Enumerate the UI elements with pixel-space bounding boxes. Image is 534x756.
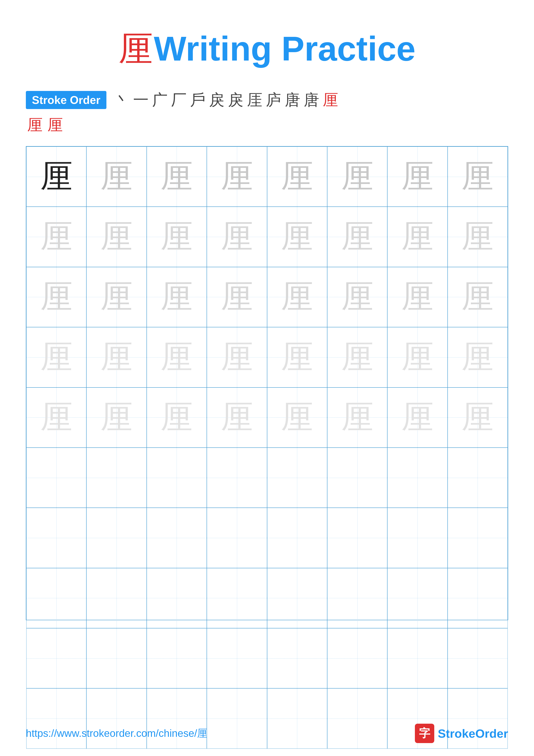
cell-r6c2[interactable] xyxy=(87,447,146,508)
cell-r6c4[interactable] xyxy=(207,447,267,508)
cell-r2c1[interactable]: 厘 xyxy=(26,207,87,267)
cell-r7c7[interactable] xyxy=(387,508,447,568)
cell-r6c3[interactable] xyxy=(147,447,207,508)
title-section: 厘 Writing Practice xyxy=(26,26,508,72)
cell-r3c4[interactable]: 厘 xyxy=(207,267,267,327)
stroke-14: 厘 xyxy=(47,115,63,135)
char-r2c2: 厘 xyxy=(100,215,133,258)
cell-r7c4[interactable] xyxy=(207,508,267,568)
cell-r9c5[interactable] xyxy=(267,628,327,688)
stroke-8: 厓 xyxy=(247,90,262,110)
cell-r9c1[interactable] xyxy=(26,628,87,688)
cell-r5c2[interactable]: 厘 xyxy=(87,388,146,447)
char-r1c3: 厘 xyxy=(161,155,193,199)
cell-r9c4[interactable] xyxy=(207,628,267,688)
cell-r5c1[interactable]: 厘 xyxy=(26,388,87,447)
cell-r5c7[interactable]: 厘 xyxy=(387,388,447,447)
cell-r1c8[interactable]: 厘 xyxy=(447,147,508,207)
cell-r9c8[interactable] xyxy=(447,628,508,688)
cell-r2c5[interactable]: 厘 xyxy=(267,207,327,267)
cell-r1c1[interactable]: 厘 xyxy=(26,147,87,207)
cell-r1c4[interactable]: 厘 xyxy=(207,147,267,207)
cell-r8c4[interactable] xyxy=(207,568,267,628)
cell-r8c1[interactable] xyxy=(26,568,87,628)
char-r3c5: 厘 xyxy=(281,275,313,319)
cell-r4c7[interactable]: 厘 xyxy=(387,327,447,387)
cell-r5c3[interactable]: 厘 xyxy=(147,388,207,447)
stroke-6: 戾 xyxy=(209,90,224,110)
char-r2c3: 厘 xyxy=(161,215,193,258)
cell-r8c3[interactable] xyxy=(147,568,207,628)
cell-r6c8[interactable] xyxy=(447,447,508,508)
cell-r7c6[interactable] xyxy=(327,508,387,568)
char-r5c2: 厘 xyxy=(100,396,133,439)
cell-r1c6[interactable]: 厘 xyxy=(327,147,387,207)
stroke-11: 唐 xyxy=(304,90,319,110)
cell-r6c5[interactable] xyxy=(267,447,327,508)
cell-r5c8[interactable]: 厘 xyxy=(447,388,508,447)
char-r4c5: 厘 xyxy=(281,336,313,379)
cell-r7c5[interactable] xyxy=(267,508,327,568)
cell-r9c2[interactable] xyxy=(87,628,146,688)
cell-r5c4[interactable]: 厘 xyxy=(207,388,267,447)
cell-r3c8[interactable]: 厘 xyxy=(447,267,508,327)
cell-r6c6[interactable] xyxy=(327,447,387,508)
cell-r6c7[interactable] xyxy=(387,447,447,508)
footer: https://www.strokeorder.com/chinese/厘 字 … xyxy=(26,724,508,743)
cell-r9c7[interactable] xyxy=(387,628,447,688)
cell-r4c4[interactable]: 厘 xyxy=(207,327,267,387)
cell-r8c7[interactable] xyxy=(387,568,447,628)
cell-r1c2[interactable]: 厘 xyxy=(87,147,146,207)
practice-grid: 厘 厘 厘 厘 厘 厘 厘 厘 厘 厘 厘 xyxy=(26,146,508,620)
cell-r3c7[interactable]: 厘 xyxy=(387,267,447,327)
cell-r2c4[interactable]: 厘 xyxy=(207,207,267,267)
char-r1c7: 厘 xyxy=(401,155,434,199)
footer-logo-stroke: Stroke xyxy=(438,727,475,740)
cell-r5c5[interactable]: 厘 xyxy=(267,388,327,447)
cell-r3c3[interactable]: 厘 xyxy=(147,267,207,327)
stroke-3: 广 xyxy=(152,90,167,110)
cell-r2c6[interactable]: 厘 xyxy=(327,207,387,267)
cell-r2c8[interactable]: 厘 xyxy=(447,207,508,267)
cell-r1c7[interactable]: 厘 xyxy=(387,147,447,207)
cell-r2c3[interactable]: 厘 xyxy=(147,207,207,267)
char-r1c6: 厘 xyxy=(341,155,373,199)
char-r5c7: 厘 xyxy=(401,396,434,439)
cell-r7c8[interactable] xyxy=(447,508,508,568)
cell-r3c1[interactable]: 厘 xyxy=(26,267,87,327)
cell-r3c2[interactable]: 厘 xyxy=(87,267,146,327)
cell-r7c2[interactable] xyxy=(87,508,146,568)
cell-r4c5[interactable]: 厘 xyxy=(267,327,327,387)
cell-r5c6[interactable]: 厘 xyxy=(327,388,387,447)
cell-r9c3[interactable] xyxy=(147,628,207,688)
char-r1c2: 厘 xyxy=(100,155,133,199)
char-r4c2: 厘 xyxy=(100,336,133,379)
cell-r3c6[interactable]: 厘 xyxy=(327,267,387,327)
cell-r4c1[interactable]: 厘 xyxy=(26,327,87,387)
stroke-order-badge: Stroke Order xyxy=(26,91,106,109)
cell-r4c6[interactable]: 厘 xyxy=(327,327,387,387)
cell-r4c3[interactable]: 厘 xyxy=(147,327,207,387)
cell-r8c2[interactable] xyxy=(87,568,146,628)
cell-r8c5[interactable] xyxy=(267,568,327,628)
footer-url[interactable]: https://www.strokeorder.com/chinese/厘 xyxy=(26,726,207,740)
char-r2c6: 厘 xyxy=(341,215,373,258)
char-r1c5: 厘 xyxy=(281,155,313,199)
cell-r4c2[interactable]: 厘 xyxy=(87,327,146,387)
cell-r3c5[interactable]: 厘 xyxy=(267,267,327,327)
char-r5c6: 厘 xyxy=(341,396,373,439)
char-r3c1: 厘 xyxy=(40,275,73,319)
cell-r6c1[interactable] xyxy=(26,447,87,508)
cell-r7c3[interactable] xyxy=(147,508,207,568)
cell-r1c3[interactable]: 厘 xyxy=(147,147,207,207)
cell-r9c6[interactable] xyxy=(327,628,387,688)
cell-r4c8[interactable]: 厘 xyxy=(447,327,508,387)
cell-r8c6[interactable] xyxy=(327,568,387,628)
char-r3c6: 厘 xyxy=(341,275,373,319)
cell-r1c5[interactable]: 厘 xyxy=(267,147,327,207)
cell-r2c2[interactable]: 厘 xyxy=(87,207,146,267)
title-char: 厘 xyxy=(118,30,153,68)
cell-r8c8[interactable] xyxy=(447,568,508,628)
cell-r7c1[interactable] xyxy=(26,508,87,568)
cell-r2c7[interactable]: 厘 xyxy=(387,207,447,267)
